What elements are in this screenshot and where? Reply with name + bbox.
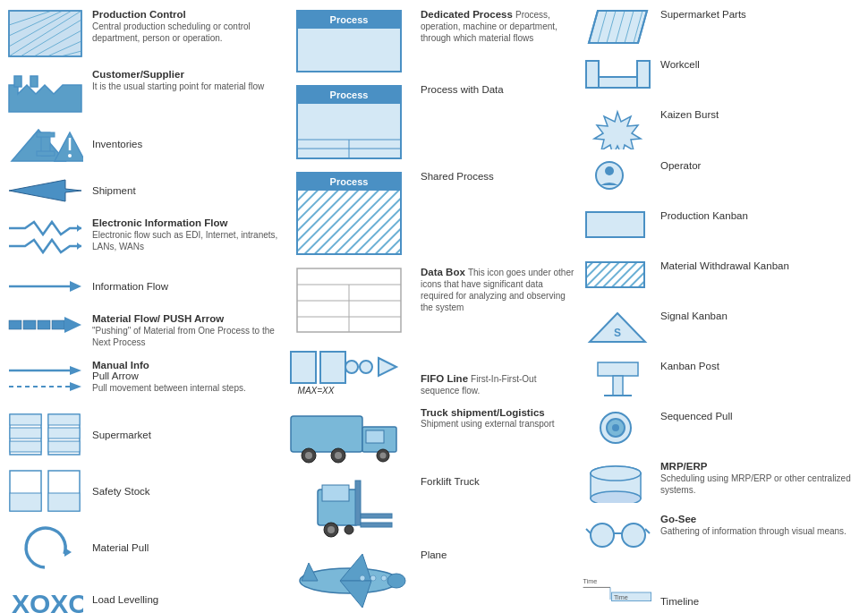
operator-title: Operator (660, 160, 855, 171)
data-box-item: Data Box This icon goes under other icon… (286, 267, 577, 334)
kaizen-burst-title: Kaizen Burst (660, 109, 855, 120)
signal-kanban-title: Signal Kanban (660, 311, 855, 321)
svg-point-79 (335, 452, 342, 459)
svg-point-97 (381, 575, 387, 581)
supermarket-parts-title: Supermarket Parts (660, 9, 855, 20)
electronic-info-icon (4, 219, 85, 260)
electronic-info-item: Electronic Information Flow Electronic f… (4, 217, 282, 260)
svg-rect-113 (586, 61, 599, 88)
sequenced-pull-item: Sequenced Pull (582, 411, 855, 450)
data-box-icon (286, 267, 412, 334)
material-withdrawal-kanban-text: Material Withdrawal Kanban (660, 260, 855, 271)
timeline-item: Time Time Timeline (582, 567, 855, 607)
electronic-info-text: Electronic Information Flow Electronic f… (92, 217, 282, 252)
svg-text:S: S (613, 327, 620, 339)
svg-text:Time: Time (583, 577, 598, 585)
electronic-info-title: Electronic Information Flow (92, 217, 282, 228)
svg-rect-68 (320, 352, 345, 383)
svg-rect-84 (361, 514, 392, 518)
material-flow-icon (4, 315, 85, 335)
production-kanban-icon (582, 210, 653, 239)
timeline-title: Timeline (660, 596, 855, 607)
svg-rect-41 (48, 441, 80, 452)
svg-point-70 (360, 361, 372, 373)
svg-rect-45 (48, 493, 80, 511)
svg-rect-85 (361, 523, 392, 527)
operator-text: Operator (660, 160, 855, 171)
material-pull-icon (4, 523, 85, 572)
safety-stock-title: Safety Stock (92, 486, 282, 497)
svg-point-96 (370, 575, 376, 581)
svg-text:XOXO: XOXO (12, 589, 83, 613)
svg-rect-89 (322, 485, 349, 501)
kanban-post-item: Kanban Post (582, 361, 855, 400)
load-levelling-icon: XOXO (4, 579, 85, 613)
material-flow-desc: "Pushing" of Material from One Process t… (92, 325, 282, 348)
svg-rect-75 (366, 430, 384, 443)
dedicated-process-title: Dedicated Process (421, 9, 513, 20)
data-box-text: Data Box This icon goes under other icon… (421, 267, 577, 313)
go-see-desc: Gathering of information through visual … (660, 525, 855, 537)
truck-item: Truck shipment/Logistics Shipment using … (286, 407, 577, 465)
dedicated-process-text: Dedicated Process Process, operation, ma… (421, 9, 577, 44)
customer-supplier-item: Customer/Supplier It is the usual starti… (4, 69, 282, 114)
supermarket-item: Supermarket (4, 410, 282, 459)
timeline-icon: Time Time (582, 571, 653, 607)
svg-rect-83 (355, 481, 361, 525)
production-control-item: Production Control Central production sc… (4, 9, 282, 58)
mrp-erp-title: MRP/ERP (660, 461, 855, 472)
svg-rect-125 (598, 362, 638, 376)
svg-text:Process: Process (330, 176, 369, 187)
svg-text:MAX=XX: MAX=XX (297, 386, 334, 396)
supermarket-parts-icon (582, 9, 653, 45)
information-flow-text: Information Flow (92, 281, 282, 292)
plane-text: Plane (421, 549, 577, 560)
supermarket-icon (4, 410, 85, 459)
load-levelling-title: Load Levelling (92, 594, 282, 605)
svg-marker-22 (77, 243, 81, 250)
mrp-erp-desc: Scheduling using MRP/ERP or other centra… (660, 473, 855, 496)
information-flow-item: Information Flow (4, 267, 282, 306)
svg-point-87 (328, 526, 335, 533)
svg-point-91 (387, 574, 405, 588)
information-flow-title: Information Flow (92, 281, 282, 292)
svg-marker-29 (64, 317, 81, 333)
mrp-erp-text: MRP/ERP Scheduling using MRP/ERP or othe… (660, 461, 855, 496)
go-see-item: Go-See Gathering of information through … (582, 514, 855, 553)
material-pull-item: Material Pull (4, 523, 282, 572)
material-pull-text: Material Pull (92, 542, 282, 553)
svg-rect-26 (23, 320, 36, 329)
truck-icon (286, 407, 412, 465)
dedicated-process-icon: Process (286, 9, 412, 73)
signal-kanban-text: Signal Kanban (660, 311, 855, 321)
kanban-post-title: Kanban Post (660, 361, 855, 371)
material-flow-text: Material Flow/ PUSH Arrow "Pushing" of M… (92, 313, 282, 348)
manual-info-item: Manual Info Pull Arrow Pull movement bet… (4, 360, 282, 399)
svg-rect-37 (10, 441, 41, 452)
svg-rect-73 (291, 416, 362, 452)
shipment-title: Shipment (92, 185, 282, 196)
svg-marker-93 (340, 581, 371, 608)
svg-text:Process: Process (330, 89, 369, 100)
plane-item: Plane (286, 549, 577, 608)
production-kanban-title: Production Kanban (660, 210, 855, 221)
supermarket-parts-text: Supermarket Parts (660, 9, 855, 20)
svg-rect-115 (637, 61, 650, 88)
manual-info-text: Manual Info Pull Arrow Pull movement bet… (92, 360, 282, 394)
svg-line-139 (645, 529, 650, 533)
plane-title: Plane (421, 549, 447, 560)
sequenced-pull-title: Sequenced Pull (660, 411, 855, 421)
customer-supplier-icon (4, 69, 85, 114)
operator-item: Operator (582, 160, 855, 200)
production-kanban-text: Production Kanban (660, 210, 855, 221)
signal-kanban-icon: S (582, 311, 653, 345)
supermarket-text: Supermarket (92, 430, 282, 440)
svg-marker-24 (70, 281, 81, 292)
data-box-title: Data Box (421, 267, 465, 277)
truck-desc: Shipment using external transport (421, 419, 555, 429)
svg-rect-114 (599, 77, 637, 88)
svg-point-133 (591, 491, 641, 503)
fifo-line-title: FIFO Line (421, 373, 468, 384)
svg-rect-126 (613, 376, 623, 396)
production-kanban-item: Production Kanban (582, 210, 855, 250)
